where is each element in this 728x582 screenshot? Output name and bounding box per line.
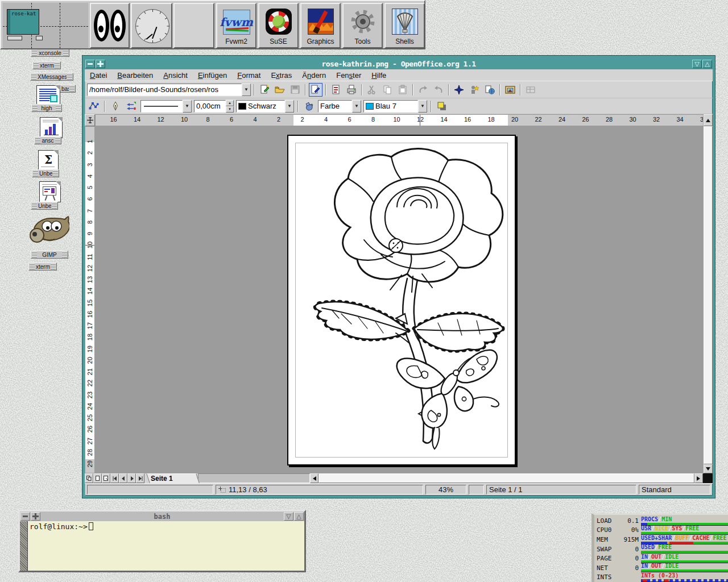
gallery-button[interactable] (503, 83, 517, 97)
menu-item[interactable]: Ändern (297, 70, 331, 81)
edit-points-button[interactable] (87, 99, 101, 113)
gimp-wilber-icon[interactable] (28, 214, 69, 247)
pager-mini-window[interactable] (7, 36, 22, 40)
url-field[interactable]: /home/rolf/Bilder-und-Sounds/rosen/ros (87, 84, 242, 96)
menu-item[interactable]: Extras (266, 70, 297, 81)
window-titlebar[interactable]: rose-kathrin.png - OpenOffice.org 1.1 ▽ … (85, 58, 713, 69)
horizontal-ruler[interactable]: 1816141210864224681012141618202224262830… (95, 114, 704, 126)
print-button[interactable] (345, 83, 358, 97)
copy-button[interactable] (380, 83, 394, 97)
window-minimize-button[interactable] (20, 512, 30, 521)
vertical-ruler[interactable]: 1234567891011121314151617181920212223242… (85, 126, 95, 473)
empty-button[interactable] (173, 3, 214, 48)
icon-xterm[interactable]: xterm (32, 61, 61, 69)
presentation-document-icon[interactable] (39, 181, 61, 202)
scroll-up-button[interactable] (704, 114, 713, 126)
next-page-button[interactable] (127, 473, 136, 483)
icon-gimp[interactable]: GIMP (31, 251, 68, 259)
menu-item[interactable]: Fenster (331, 70, 366, 81)
scroll-down-button[interactable] (704, 464, 713, 473)
tab-seite-1[interactable]: Seite 1 (146, 473, 200, 483)
status-zoom-field[interactable]: 43% (425, 485, 466, 494)
view-mode-button-1[interactable] (85, 473, 93, 483)
previous-page-button[interactable] (119, 473, 127, 483)
window-iconify-button[interactable]: ▽ (692, 60, 702, 68)
chevron-down-icon[interactable]: ▼ (242, 84, 251, 96)
window-stick-button[interactable] (31, 512, 40, 521)
window-iconify-button[interactable]: ▽ (284, 512, 293, 521)
hscroll-right-button[interactable] (694, 473, 703, 483)
icon-high[interactable]: high (31, 104, 62, 112)
fill-type-value[interactable]: Farbe (318, 100, 352, 113)
horizontal-scrollbar-thumb[interactable] (318, 473, 694, 483)
open-file-button[interactable] (273, 83, 287, 97)
shells-button[interactable]: Shells (384, 3, 425, 48)
edit-file-button[interactable] (309, 83, 322, 97)
xeyes-button[interactable] (90, 3, 130, 48)
hscroll-left-button[interactable] (310, 473, 318, 483)
window-maximize-button[interactable]: △ (294, 512, 304, 521)
view-mode-button-3[interactable] (102, 473, 110, 483)
graphics-button[interactable]: Graphics (300, 3, 341, 48)
shadow-button[interactable] (435, 99, 449, 113)
menu-item[interactable]: Einfügen (193, 70, 232, 81)
line-style-select[interactable]: ▼ (140, 100, 192, 113)
fill-color-select[interactable]: Blau 7 ▼ (363, 100, 427, 113)
fvwm2-button[interactable]: fvwm Fvwm2 (216, 3, 257, 48)
hyperlink-button[interactable] (483, 83, 497, 97)
clock-button[interactable] (131, 3, 172, 48)
rose-clipart-image[interactable] (296, 143, 510, 459)
vertical-scrollbar[interactable] (704, 126, 713, 473)
writer-document-icon[interactable] (36, 85, 60, 106)
autopilot-button[interactable] (468, 83, 481, 97)
window-titlebar[interactable]: bash ▽ △ (20, 512, 304, 521)
ruler-origin-button[interactable] (85, 114, 95, 126)
menu-item[interactable]: Datei (85, 70, 112, 81)
drawing-canvas[interactable] (95, 126, 704, 473)
line-tool-button[interactable] (109, 99, 122, 113)
datasource-button[interactable] (524, 83, 537, 97)
icon-xterm-2[interactable]: xterm (28, 263, 57, 271)
icon-unbenannt-2[interactable]: Unbe (31, 202, 58, 210)
menu-item[interactable]: Format (232, 70, 266, 81)
vertical-scrollbar-thumb[interactable] (704, 126, 713, 464)
undo-button[interactable] (416, 83, 430, 97)
window-stick-button[interactable] (96, 60, 105, 68)
pager-mini-window[interactable] (36, 36, 43, 40)
fvwm-pager[interactable]: rose-kat (3, 3, 88, 48)
chevron-down-icon[interactable]: ▼ (285, 100, 294, 113)
pager-mini-window[interactable]: rose-kat (7, 9, 39, 35)
line-width-value[interactable]: 0,00cm (194, 100, 226, 113)
menu-item[interactable]: Bearbeiten (112, 70, 158, 81)
first-page-button[interactable] (110, 473, 119, 483)
line-width-spinner[interactable]: 0,00cm ▲▼ (194, 100, 234, 113)
icon-unbenannt-1[interactable]: Unbe (32, 169, 59, 177)
fill-style-button[interactable] (302, 99, 316, 113)
window-resize-corner[interactable] (703, 473, 713, 483)
chevron-down-icon[interactable]: ▼ (183, 100, 192, 113)
spinner-buttons[interactable]: ▲▼ (226, 100, 234, 113)
terminal-scrollbar[interactable] (20, 521, 28, 571)
url-combobox[interactable]: /home/rolf/Bilder-und-Sounds/rosen/ros ▼ (87, 84, 251, 96)
menu-item[interactable]: Hilfe (366, 70, 391, 81)
paste-button[interactable] (396, 83, 410, 97)
save-button[interactable] (288, 83, 302, 97)
icon-ansc[interactable]: ansc (34, 136, 61, 144)
menu-item[interactable]: Ansicht (158, 70, 193, 81)
fill-type-select[interactable]: Farbe ▼ (318, 100, 361, 113)
redo-button[interactable] (432, 83, 445, 97)
icon-xconsole[interactable]: xconsole (31, 49, 69, 57)
arrow-style-button[interactable] (125, 99, 138, 113)
chart-document-icon[interactable] (40, 117, 63, 138)
export-pdf-button[interactable] (329, 83, 343, 97)
formula-document-icon[interactable]: Σ (38, 150, 59, 170)
cut-button[interactable] (365, 83, 379, 97)
chevron-down-icon[interactable]: ▼ (418, 100, 427, 113)
icon-xmessages[interactable]: XMessages (30, 73, 73, 81)
terminal-screen[interactable]: rolf@linux:~> (28, 521, 304, 571)
navigator-button[interactable] (452, 83, 466, 97)
line-color-select[interactable]: Schwarz ▼ (236, 100, 294, 113)
window-minimize-button[interactable] (85, 60, 95, 68)
window-maximize-button[interactable]: △ (702, 60, 712, 68)
last-page-button[interactable] (136, 473, 144, 483)
